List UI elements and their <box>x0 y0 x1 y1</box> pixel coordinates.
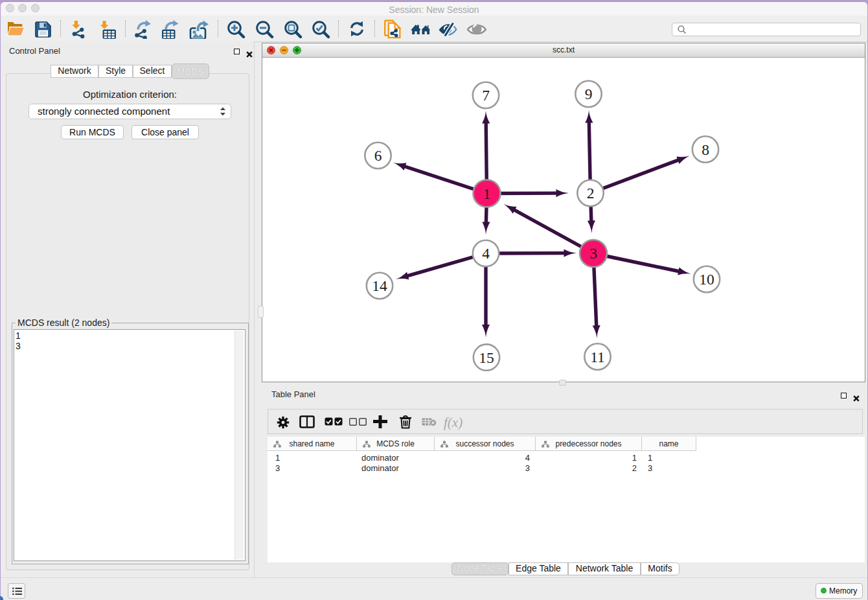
svg-text:7: 7 <box>482 87 490 104</box>
svg-text:3: 3 <box>589 245 597 262</box>
svg-text:2: 2 <box>587 185 595 202</box>
svg-text:1: 1 <box>483 185 491 202</box>
svg-text:10: 10 <box>699 271 714 288</box>
svg-text:8: 8 <box>702 141 709 158</box>
svg-text:9: 9 <box>585 86 593 102</box>
svg-text:6: 6 <box>374 147 382 164</box>
svg-text:14: 14 <box>372 277 387 294</box>
svg-text:4: 4 <box>482 245 490 262</box>
svg-text:11: 11 <box>590 349 605 365</box>
svg-text:15: 15 <box>479 349 494 366</box>
